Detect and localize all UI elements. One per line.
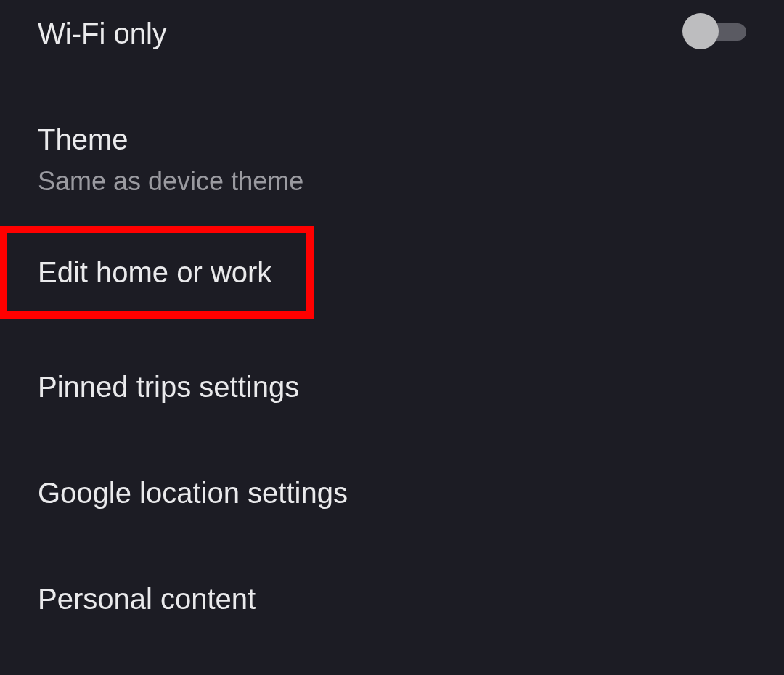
theme-label: Theme <box>38 122 128 157</box>
setting-personal-content[interactable]: Personal content <box>0 539 784 645</box>
setting-pinned-trips[interactable]: Pinned trips settings <box>0 319 784 433</box>
highlight-annotation: Edit home or work <box>0 226 314 319</box>
setting-edit-home-work[interactable]: Edit home or work <box>0 226 784 319</box>
google-location-label: Google location settings <box>38 475 348 510</box>
pinned-trips-label: Pinned trips settings <box>38 369 299 404</box>
toggle-knob <box>682 13 719 49</box>
edit-home-work-label: Edit home or work <box>38 256 271 288</box>
setting-google-location[interactable]: Google location settings <box>0 433 784 539</box>
theme-value: Same as device theme <box>38 165 303 197</box>
settings-list: Wi-Fi only Theme Same as device theme Ed… <box>0 0 784 645</box>
wifi-only-label: Wi-Fi only <box>38 7 167 51</box>
personal-content-label: Personal content <box>38 581 256 616</box>
setting-wifi-only[interactable]: Wi-Fi only <box>0 0 784 80</box>
wifi-only-toggle[interactable] <box>682 17 746 45</box>
setting-theme[interactable]: Theme Same as device theme <box>0 80 784 226</box>
